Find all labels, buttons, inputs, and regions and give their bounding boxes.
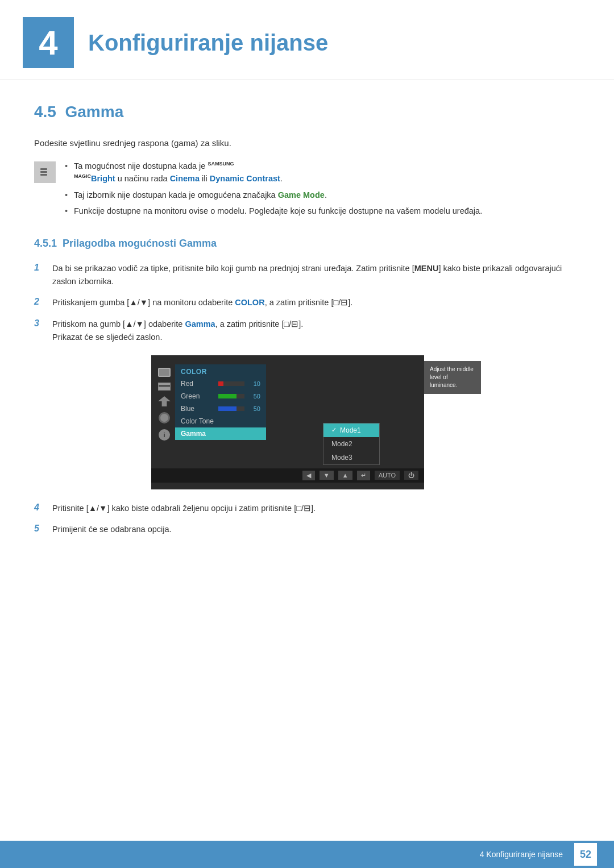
nav-btn-down[interactable]: ▼ bbox=[320, 471, 334, 480]
mon-icon-arrows bbox=[158, 396, 171, 406]
step-number-4: 4 bbox=[34, 502, 44, 513]
intro-text: Podesite svjetlinu srednjeg raspona (gam… bbox=[34, 138, 580, 148]
color-menu-header: COLOR bbox=[175, 364, 266, 377]
monitor-bottom-bar: ◀ ▼ ▲ ↵ AUTO ⏻ bbox=[151, 468, 424, 483]
dropdown-item-mode2[interactable]: Mode2 bbox=[323, 437, 379, 451]
dropdown-mode1-label: Mode1 bbox=[340, 426, 361, 434]
footer-text: 4 Konfiguriranje nijanse bbox=[480, 850, 563, 859]
svg-rect-0 bbox=[40, 174, 47, 176]
nav-btn-power[interactable]: ⏻ bbox=[404, 471, 418, 480]
step-5: 5 Primijenit će se odabrana opcija. bbox=[34, 523, 580, 536]
steps-list: 1 Da bi se prikazao vodič za tipke, prit… bbox=[34, 262, 580, 344]
color-bar-green-fill bbox=[218, 394, 237, 398]
monitor-screenshot: i COLOR Red 10 bbox=[151, 355, 424, 489]
note-box: Ta mogućnost nije dostupna kada je SAMSU… bbox=[34, 160, 580, 222]
check-icon: ✓ bbox=[331, 426, 337, 434]
step-text-2: Pritiskanjem gumba [▲/▼] na monitoru oda… bbox=[52, 296, 580, 309]
note-item-3: Funkcije dostupne na monitoru ovise o mo… bbox=[65, 205, 580, 218]
color-val-blue: 50 bbox=[249, 405, 260, 412]
screenshot-container: i COLOR Red 10 bbox=[52, 355, 580, 489]
color-bar-blue-fill bbox=[218, 406, 237, 411]
color-row-blue: Blue 50 bbox=[175, 402, 266, 415]
content-area: 4.5 Gamma Podesite svjetlinu srednjeg ra… bbox=[0, 103, 614, 593]
color-label-blue: Blue bbox=[181, 405, 214, 413]
color-val-green: 50 bbox=[249, 393, 260, 400]
gamma-dropdown: ✓ Mode1 Mode2 Mode3 bbox=[323, 423, 380, 465]
mon-icon-screen bbox=[158, 368, 171, 377]
note-item-1: Ta mogućnost nije dostupna kada je SAMSU… bbox=[65, 160, 580, 185]
subsection-heading: 4.5.1 Prilagodba mogućnosti Gamma bbox=[34, 238, 580, 250]
step-number-1: 1 bbox=[34, 263, 44, 273]
step-number-5: 5 bbox=[34, 524, 44, 534]
color-label-red: Red bbox=[181, 380, 214, 388]
page-header: 4 Konfiguriranje nijanse bbox=[0, 0, 614, 80]
screenshot-row: i COLOR Red 10 bbox=[151, 355, 481, 489]
chapter-number: 4 bbox=[39, 23, 57, 63]
color-bar-blue-wrap bbox=[218, 406, 244, 411]
note-list: Ta mogućnost nije dostupna kada je SAMSU… bbox=[65, 160, 580, 222]
color-label-tone: Color Tone bbox=[181, 417, 214, 425]
step-number-3: 3 bbox=[34, 318, 44, 329]
nav-btn-auto[interactable]: AUTO bbox=[375, 471, 400, 480]
page-title: Konfiguriranje nijanse bbox=[88, 30, 328, 56]
note-icon bbox=[34, 161, 56, 183]
steps-after-list: 4 Pritisnite [▲/▼] kako biste odabrali ž… bbox=[34, 502, 580, 536]
gamma-label: Gamma bbox=[181, 430, 206, 438]
color-bar-green-wrap bbox=[218, 394, 244, 398]
step-text-5: Primijenit će se odabrana opcija. bbox=[52, 523, 580, 536]
section-heading: 4.5 Gamma bbox=[34, 103, 580, 121]
pencil-icon bbox=[39, 166, 51, 178]
step-2: 2 Pritiskanjem gumba [▲/▼] na monitoru o… bbox=[34, 296, 580, 309]
mon-icon-gear bbox=[159, 412, 170, 423]
step-3: 3 Pritiskom na gumb [▲/▼] odaberite Gamm… bbox=[34, 318, 580, 344]
nav-btn-up[interactable]: ▲ bbox=[338, 471, 352, 480]
svg-rect-2 bbox=[40, 168, 47, 170]
step-text-1: Da bi se prikazao vodič za tipke, pritis… bbox=[52, 262, 580, 288]
color-label-green: Green bbox=[181, 392, 214, 400]
page-footer: 4 Konfiguriranje nijanse 52 bbox=[0, 841, 614, 868]
step-1: 1 Da bi se prikazao vodič za tipke, prit… bbox=[34, 262, 580, 288]
note-item-2: Taj izbornik nije dostupan kada je omogu… bbox=[65, 189, 580, 202]
screenshot-tooltip: Adjust the middle level of luminance. bbox=[424, 361, 481, 394]
mon-icon-lines bbox=[158, 383, 171, 391]
step-number-2: 2 bbox=[34, 297, 44, 307]
color-row-red: Red 10 bbox=[175, 377, 266, 390]
nav-btn-enter[interactable]: ↵ bbox=[357, 471, 370, 480]
nav-btn-left[interactable]: ◀ bbox=[302, 471, 315, 480]
dropdown-item-mode1[interactable]: ✓ Mode1 bbox=[323, 423, 379, 437]
step-4: 4 Pritisnite [▲/▼] kako biste odabrali ž… bbox=[34, 502, 580, 515]
step-text-3: Pritiskom na gumb [▲/▼] odaberite Gamma,… bbox=[52, 318, 580, 344]
dropdown-item-mode3[interactable]: Mode3 bbox=[323, 451, 379, 464]
color-val-red: 10 bbox=[249, 380, 260, 387]
mon-icon-info: i bbox=[159, 429, 170, 441]
chapter-number-box: 4 bbox=[23, 17, 74, 68]
footer-page-number: 52 bbox=[574, 843, 597, 866]
svg-rect-1 bbox=[40, 171, 47, 173]
color-row-green: Green 50 bbox=[175, 390, 266, 402]
color-bar-red-wrap bbox=[218, 381, 244, 386]
dropdown-mode2-label: Mode2 bbox=[331, 440, 352, 448]
color-bar-red-fill bbox=[218, 381, 223, 386]
step-text-4: Pritisnite [▲/▼] kako biste odabrali žel… bbox=[52, 502, 580, 515]
dropdown-mode3-label: Mode3 bbox=[331, 454, 352, 462]
